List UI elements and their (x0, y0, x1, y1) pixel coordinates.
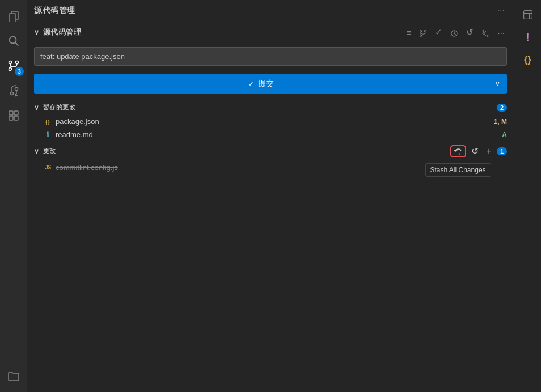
staged-file-package-json[interactable]: {} package.json 1, M (27, 115, 514, 128)
file-item-left-readme: ℹ readme.md (43, 130, 93, 139)
commitlint-name: commitlint.config.js (56, 163, 118, 172)
scm-toolbar: ≡ ✓ ↺ (404, 25, 507, 39)
search-activity-icon[interactable] (2, 29, 25, 52)
svg-rect-15 (9, 116, 13, 120)
panel-more-button[interactable]: ··· (495, 5, 507, 17)
source-control-badge: 3 (15, 67, 24, 76)
scm-section-title-area: ∨ 源代码管理 (34, 27, 81, 37)
brace-right-icon[interactable]: {} (518, 50, 538, 70)
svg-point-5 (16, 61, 19, 64)
commit-button-wrapper: ✓ 提交 ∨ (34, 74, 507, 94)
svg-point-23 (487, 35, 489, 37)
readme-name: readme.md (56, 130, 93, 139)
package-json-icon: {} (43, 118, 52, 125)
svg-rect-14 (14, 111, 18, 115)
commitlint-icon: JS (43, 164, 52, 171)
commit-dropdown-button[interactable]: ∨ (488, 74, 507, 94)
scm-section-header[interactable]: ∨ 源代码管理 ≡ ✓ (27, 22, 514, 42)
stash-btn-container: + Stash All Changes (450, 145, 466, 157)
staged-chevron-icon: ∨ (34, 104, 40, 112)
copy-activity-icon[interactable] (2, 5, 25, 27)
staged-title-area: ∨ 暂存的更改 (34, 103, 75, 112)
package-json-badge: 1, M (494, 118, 507, 126)
package-json-name: package.json (56, 117, 99, 126)
scm-section-title: 源代码管理 (43, 27, 82, 37)
svg-point-19 (420, 35, 422, 36)
commit-dropdown-arrow-icon: ∨ (495, 80, 500, 88)
file-item-left: {} package.json (43, 117, 99, 126)
scm-content: ∨ 源代码管理 ≡ ✓ (27, 22, 514, 392)
scm-branch-icon[interactable] (417, 25, 429, 39)
scm-refresh-icon[interactable]: ↺ (464, 25, 476, 39)
commit-checkmark-icon: ✓ (248, 79, 255, 88)
svg-point-6 (9, 68, 12, 71)
file-item-left-commitlint: JS commitlint.config.js (43, 163, 118, 172)
svg-point-17 (420, 30, 422, 32)
commit-button-label: 提交 (258, 79, 274, 89)
svg-line-3 (15, 42, 18, 45)
svg-line-26 (484, 33, 487, 36)
exclamation-right-icon[interactable]: ! (518, 27, 538, 48)
svg-line-25 (484, 31, 487, 33)
svg-point-22 (483, 30, 484, 32)
svg-text:+: + (458, 151, 460, 155)
svg-rect-13 (9, 111, 13, 115)
changed-file-commitlint[interactable]: JS commitlint.config.js (27, 161, 514, 174)
svg-rect-28 (523, 11, 532, 19)
scm-chevron-icon: ∨ (34, 28, 40, 36)
svg-point-24 (483, 32, 484, 34)
source-control-activity-icon[interactable]: 3 (2, 54, 25, 77)
commit-main-button[interactable]: ✓ 提交 (34, 74, 488, 94)
staged-file-readme[interactable]: ℹ readme.md A (27, 128, 514, 141)
commit-button-area: ✓ 提交 ∨ (27, 70, 514, 100)
layout-right-icon[interactable] (518, 5, 538, 25)
panel-header-actions: ··· (495, 5, 507, 17)
changes-title-area: ∨ 更改 (34, 147, 56, 155)
panel-title: 源代码管理 (34, 6, 75, 16)
scm-check-icon[interactable]: ✓ (433, 25, 445, 39)
svg-point-9 (15, 88, 18, 91)
changes-chevron-icon: ∨ (34, 147, 40, 155)
staged-count-badge: 2 (497, 104, 507, 112)
right-panel: ! {} (514, 0, 541, 392)
changes-section-title: 更改 (43, 147, 56, 155)
staged-header-right: 2 (497, 104, 507, 112)
changes-header-right: + Stash All Changes ↺ + 1 (450, 144, 507, 157)
run-activity-icon[interactable] (2, 79, 25, 102)
changes-count-badge: 1 (497, 147, 507, 155)
folder-activity-icon[interactable] (2, 365, 25, 387)
readme-badge: A (502, 131, 507, 139)
scm-panel: 源代码管理 ··· ∨ 源代码管理 ≡ (27, 0, 514, 392)
activity-bar: 3 (0, 0, 27, 392)
commit-input-area (27, 42, 514, 70)
extensions-activity-icon[interactable] (2, 104, 25, 127)
scm-history-icon[interactable] (448, 25, 460, 39)
svg-point-8 (11, 92, 14, 95)
panel-header: 源代码管理 ··· (27, 0, 514, 22)
readme-icon: ℹ (43, 130, 52, 139)
svg-rect-16 (14, 116, 18, 120)
scm-sync-icon[interactable] (479, 25, 492, 39)
changes-section-header[interactable]: ∨ 更改 + Stash All Changes ↺ (27, 141, 514, 161)
scm-more-icon[interactable]: ··· (495, 26, 507, 39)
staged-section-title: 暂存的更改 (43, 103, 76, 112)
svg-point-18 (425, 30, 426, 32)
svg-rect-1 (9, 14, 16, 22)
svg-point-4 (9, 61, 12, 64)
commit-message-input[interactable] (34, 47, 507, 66)
staged-changes-header[interactable]: ∨ 暂存的更改 2 (27, 100, 514, 115)
discard-changes-button[interactable]: ↺ (468, 144, 481, 157)
stage-all-changes-button[interactable]: + (484, 145, 494, 157)
scm-list-icon[interactable]: ≡ (404, 26, 414, 39)
stash-all-changes-button[interactable]: + (450, 145, 466, 157)
